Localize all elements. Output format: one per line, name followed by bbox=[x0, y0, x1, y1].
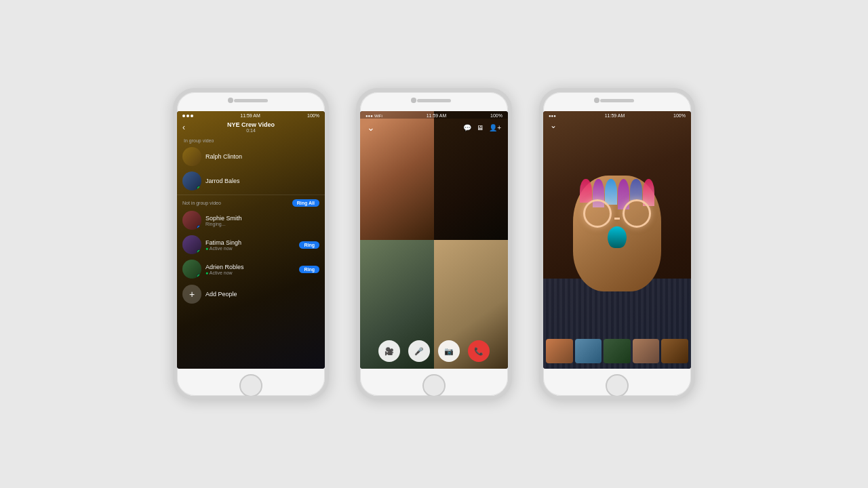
contact-name-fatima: Fatima Singh bbox=[205, 239, 295, 246]
chevron-down-icon[interactable]: ⌄ bbox=[367, 122, 375, 133]
contact-status-fatima: ● Active now bbox=[205, 246, 295, 251]
thumbnail-5 bbox=[661, 339, 688, 363]
add-person-icon[interactable]: 👤+ bbox=[489, 124, 501, 131]
ring-all-button[interactable]: Ring All bbox=[292, 199, 319, 207]
add-people-row[interactable]: + Add People bbox=[177, 281, 325, 307]
in-group-label: In group video bbox=[177, 136, 325, 144]
contact-name-jarrod: Jarrod Bales bbox=[205, 178, 319, 184]
thumbnail-2 bbox=[575, 339, 602, 363]
status-time-3: 11:59 AM bbox=[605, 113, 625, 118]
not-in-group-label: Not in group video bbox=[182, 201, 221, 205]
messenger-list-screen: 11:59 AM 100% ‹ NYE Crew Video 0:14 In g… bbox=[177, 111, 325, 369]
home-button-2[interactable] bbox=[422, 374, 446, 397]
thumb-photo-2 bbox=[575, 339, 602, 363]
ar-nose-accessory bbox=[608, 226, 627, 248]
thumb-photo-4 bbox=[633, 339, 660, 363]
mic-toggle-button[interactable]: 🎤 bbox=[408, 340, 430, 362]
thumbnail-1 bbox=[546, 339, 573, 363]
call-action-icons: 💬 🖥 👤+ bbox=[463, 124, 501, 131]
glasses-frame bbox=[576, 199, 658, 228]
call-title-group: NYE Crew Video 0:14 bbox=[227, 121, 275, 133]
nose-bridge bbox=[614, 218, 620, 220]
camera-icon: 📷 bbox=[444, 347, 454, 356]
thumbnail-3 bbox=[604, 339, 631, 363]
back-arrow-icon[interactable]: ‹ bbox=[182, 123, 185, 132]
video-call-screen: ●●● WiFi 11:59 AM 100% ⌄ 💬 🖥 👤+ bbox=[360, 111, 508, 369]
call-header: ‹ NYE Crew Video 0:14 bbox=[177, 119, 325, 136]
chat-icon[interactable]: 💬 bbox=[463, 124, 471, 131]
video-icon: 🎥 bbox=[384, 347, 394, 356]
status-time-2: 11:59 AM bbox=[427, 113, 447, 118]
feather-5 bbox=[630, 179, 642, 201]
screen-share-icon[interactable]: 🖥 bbox=[477, 124, 484, 131]
signal-dot-1 bbox=[182, 115, 185, 117]
phone-3-ar-filter: ●●● 11:59 AM 100% ⌄ bbox=[539, 88, 695, 400]
call-title: NYE Crew Video bbox=[227, 121, 275, 128]
ar-glasses bbox=[576, 199, 658, 240]
video-call-top-bar: ⌄ 💬 🖥 👤+ bbox=[360, 121, 508, 134]
participant-thumbnails bbox=[546, 339, 688, 363]
contact-row-adrien: Adrien Robles ● Active now Ring bbox=[177, 257, 325, 281]
contact-info-adrien: Adrien Robles ● Active now bbox=[205, 264, 295, 275]
avatar-jarrod bbox=[182, 171, 201, 190]
ar-filter-screen: ●●● 11:59 AM 100% ⌄ bbox=[543, 111, 691, 369]
mic-icon: 🎤 bbox=[414, 347, 424, 356]
contact-row-jarrod: Jarrod Bales bbox=[177, 169, 325, 193]
camera-flip-button[interactable]: 📷 bbox=[438, 340, 460, 362]
home-button-3[interactable] bbox=[606, 374, 629, 397]
online-indicator-adrien bbox=[197, 274, 201, 279]
end-call-button[interactable]: 📞 bbox=[468, 340, 490, 362]
status-battery-3: 100% bbox=[673, 113, 686, 118]
call-controls: 🎥 🎤 📷 📞 bbox=[360, 340, 508, 362]
ring-button-adrien[interactable]: Ring bbox=[299, 266, 319, 273]
status-bar: 11:59 AM 100% bbox=[177, 111, 325, 119]
phone-2-screen: ●●● WiFi 11:59 AM 100% ⌄ 💬 🖥 👤+ bbox=[360, 111, 508, 369]
collapse-chevron-icon[interactable]: ⌄ bbox=[550, 121, 557, 130]
ring-button-fatima[interactable]: Ring bbox=[299, 241, 319, 249]
contact-row-sophie: Sophie Smith Ringing... bbox=[177, 208, 325, 232]
add-people-label: Add People bbox=[205, 291, 237, 298]
online-indicator-fatima bbox=[197, 249, 201, 254]
contact-row-ralph: Ralph Clinton bbox=[177, 144, 325, 169]
lens-left bbox=[583, 199, 612, 228]
signal-dots bbox=[182, 115, 193, 117]
online-indicator-sophie bbox=[197, 225, 201, 230]
contact-info-fatima: Fatima Singh ● Active now bbox=[205, 239, 295, 251]
thumb-photo-5 bbox=[661, 339, 688, 363]
thumb-photo-3 bbox=[604, 339, 631, 363]
video-grid bbox=[360, 111, 508, 369]
avatar-adrien bbox=[182, 260, 201, 279]
status-time: 11:59 AM bbox=[240, 113, 260, 118]
contact-status-sophie: Ringing... bbox=[205, 222, 319, 226]
ar-face-overlay bbox=[557, 125, 677, 314]
contact-row-fatima: Fatima Singh ● Active now Ring bbox=[177, 232, 325, 257]
avatar-fatima bbox=[182, 235, 201, 254]
signal-dot-3 bbox=[191, 115, 193, 117]
phone-1-screen: 11:59 AM 100% ‹ NYE Crew Video 0:14 In g… bbox=[177, 111, 325, 369]
not-in-group-section: Not in group video Ring All bbox=[177, 197, 325, 208]
phone-2-video-call: ●●● WiFi 11:59 AM 100% ⌄ 💬 🖥 👤+ bbox=[356, 88, 512, 400]
signal-dot-2 bbox=[186, 115, 189, 117]
contact-info-jarrod: Jarrod Bales bbox=[205, 178, 319, 184]
lens-right bbox=[623, 199, 651, 228]
contact-status-adrien: ● Active now bbox=[205, 270, 295, 275]
status-bar-3: ●●● 11:59 AM 100% bbox=[543, 111, 691, 119]
status-battery-2: 100% bbox=[490, 113, 502, 118]
avatar-sophie bbox=[182, 211, 201, 230]
thumbnail-4 bbox=[633, 339, 660, 363]
phone-3-screen: ●●● 11:59 AM 100% ⌄ bbox=[543, 111, 691, 369]
status-bar-2: ●●● WiFi 11:59 AM 100% bbox=[360, 111, 508, 119]
avatar-ralph bbox=[182, 147, 201, 166]
contact-name-sophie: Sophie Smith bbox=[205, 215, 319, 222]
contact-info-sophie: Sophie Smith Ringing... bbox=[205, 215, 319, 226]
online-indicator-jarrod bbox=[197, 186, 201, 190]
video-toggle-button[interactable]: 🎥 bbox=[378, 340, 400, 362]
contact-info-ralph: Ralph Clinton bbox=[205, 153, 319, 160]
add-people-icon: + bbox=[182, 285, 201, 304]
contact-name-adrien: Adrien Robles bbox=[205, 264, 295, 270]
thumb-photo-1 bbox=[546, 339, 573, 363]
contact-name-ralph: Ralph Clinton bbox=[205, 153, 319, 160]
call-duration: 0:14 bbox=[227, 128, 275, 133]
end-call-icon: 📞 bbox=[474, 347, 484, 356]
home-button-1[interactable] bbox=[239, 374, 262, 397]
